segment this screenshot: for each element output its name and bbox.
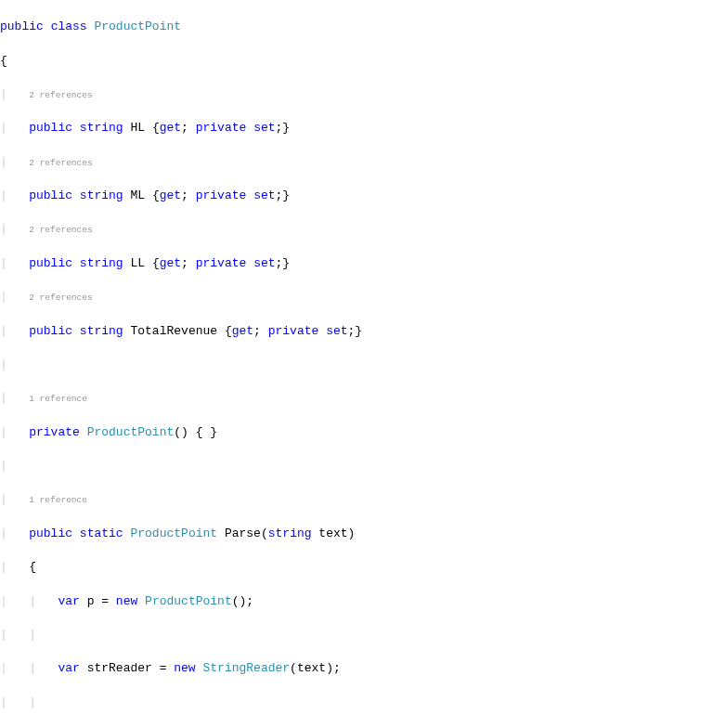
code-editor[interactable]: public class ProductPoint { | 2 referenc… bbox=[0, 0, 713, 728]
codelens[interactable]: | 1 reference bbox=[0, 390, 713, 407]
blank-line: | bbox=[0, 357, 713, 373]
codelens[interactable]: | 2 references bbox=[0, 154, 713, 171]
codelens[interactable]: | 2 references bbox=[0, 86, 713, 103]
kw-class: class bbox=[51, 20, 87, 33]
code-line: | | var strReader = new StringReader(tex… bbox=[0, 660, 713, 677]
code-line: | public string HL {get; private set;} bbox=[0, 120, 713, 136]
code-line: | | var p = new ProductPoint(); bbox=[0, 593, 713, 610]
code-line: | { bbox=[0, 559, 713, 576]
code-line: | public string LL {get; private set;} bbox=[0, 255, 713, 272]
blank-line: | | bbox=[0, 627, 713, 644]
brace: { bbox=[0, 54, 7, 68]
codelens[interactable]: | 2 references bbox=[0, 221, 713, 238]
blank-line: | bbox=[0, 458, 713, 474]
codelens[interactable]: | 2 references bbox=[0, 289, 713, 306]
code-line: public class ProductPoint bbox=[0, 19, 713, 35]
code-line: | private ProductPoint() { } bbox=[0, 424, 713, 441]
code-line: { bbox=[0, 53, 713, 70]
codelens[interactable]: | 1 reference bbox=[0, 491, 713, 508]
kw-public: public bbox=[0, 20, 44, 33]
code-line: | public string ML {get; private set;} bbox=[0, 188, 713, 204]
blank-line: | | bbox=[0, 695, 713, 711]
code-line: | public static ProductPoint Parse(strin… bbox=[0, 526, 713, 542]
code-line: | public string TotalRevenue {get; priva… bbox=[0, 323, 713, 340]
type-name: ProductPoint bbox=[94, 20, 181, 33]
